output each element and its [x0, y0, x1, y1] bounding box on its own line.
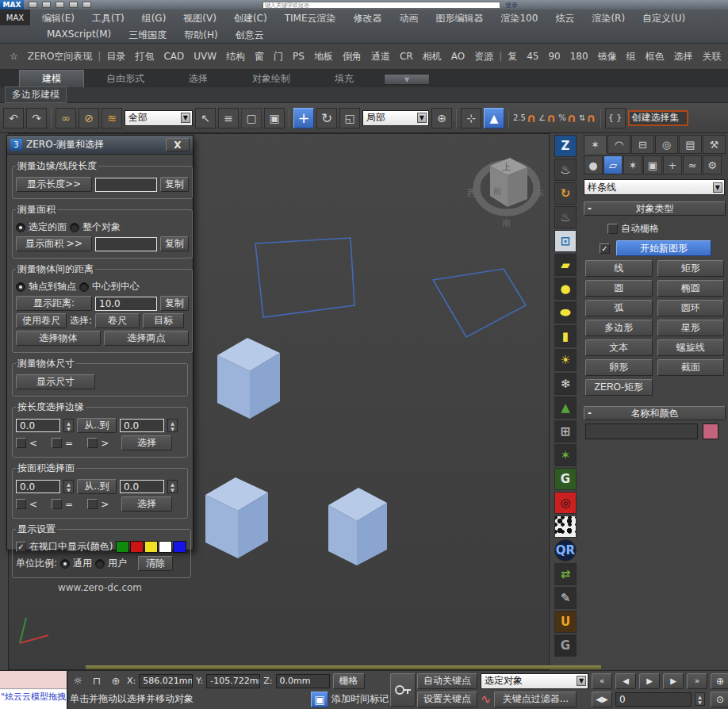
shape-button-弧[interactable]: 弧	[585, 300, 653, 316]
menu-item-组(G)[interactable]: 组(G)	[133, 10, 175, 27]
menu-item-三维国度[interactable]: 三维国度	[120, 27, 175, 44]
shape-cylinder-icon[interactable]: ▮	[554, 325, 577, 347]
viewcube-top-label[interactable]: 上	[502, 162, 511, 172]
plugin-toolbar-item-相机[interactable]: 相机	[418, 48, 446, 65]
close-icon[interactable]: X	[166, 138, 190, 151]
u-shield-logo-icon[interactable]: U	[554, 611, 577, 633]
shape-button-圆环[interactable]: 圆环	[657, 300, 725, 316]
name-color-rollout-header[interactable]: - 名称和颜色	[584, 406, 726, 420]
area-result-field[interactable]	[95, 237, 157, 251]
tab-create[interactable]: ✶	[584, 135, 607, 154]
viewcube-front-label[interactable]: 前	[492, 186, 502, 197]
plugin-toolbar-item-选择[interactable]: 选择	[669, 48, 698, 65]
menu-item-动画[interactable]: 动画	[390, 10, 427, 27]
open-file-icon[interactable]	[42, 2, 51, 8]
track-bar[interactable]	[86, 665, 601, 669]
shape-rectangle-icon[interactable]: ▰	[554, 254, 577, 276]
menu-item-创意云[interactable]: 创意云	[227, 27, 273, 44]
distance-result-field[interactable]: 10.0	[95, 297, 157, 311]
listener-macro-row[interactable]	[0, 671, 67, 689]
shape-button-矩形[interactable]: 矩形	[657, 260, 725, 277]
display-color-swatch-0[interactable]	[116, 541, 129, 553]
show-distance-button[interactable]: 显示距离:	[16, 296, 92, 311]
select-and-manipulate-button[interactable]: ⊹	[461, 108, 481, 128]
plugin-toolbar-item-180[interactable]: 180	[565, 49, 593, 63]
named-selection-set-field[interactable]: 创建选择集	[628, 110, 688, 126]
rectangular-selection-region-button[interactable]: ▢	[241, 108, 262, 128]
zoom-button[interactable]: ⊕	[711, 673, 728, 689]
plugin-toolbar-item-目录[interactable]: 目录	[102, 48, 130, 65]
g-green-logo-icon[interactable]: G	[554, 468, 577, 490]
schematic-view-icon[interactable]: ⊞	[554, 420, 577, 443]
plugin-toolbar-item-地板[interactable]: 地板	[309, 48, 338, 65]
menu-item-自定义(U)[interactable]: 自定义(U)	[634, 10, 694, 27]
object-color-swatch[interactable]	[703, 423, 718, 439]
plugin-toolbar-item-结构[interactable]: 结构	[221, 48, 250, 65]
display-color-swatch-2[interactable]	[144, 541, 158, 553]
render-ir-teapot-icon[interactable]: ♨	[554, 206, 577, 228]
whole-object-radio[interactable]	[70, 223, 79, 232]
render-setup-icon[interactable]: ⊡	[554, 230, 577, 252]
shape-circle-icon[interactable]: ●	[554, 278, 577, 300]
shape-button-文本[interactable]: 文本	[585, 339, 653, 356]
snaps-toggle-icon[interactable]: ∩	[527, 111, 536, 125]
undo-button[interactable]: ↶	[3, 108, 24, 128]
shape-button-线[interactable]: 线	[585, 260, 653, 277]
plugin-toolbar-item-镜像[interactable]: 镜像	[593, 48, 622, 65]
menu-item-渲染100[interactable]: 渲染100	[492, 10, 546, 27]
start-new-shape-checkbox[interactable]: ✓	[600, 243, 610, 254]
object-name-field[interactable]	[585, 423, 698, 439]
menu-item-视图(V)[interactable]: 视图(V)	[174, 10, 225, 27]
show-size-button[interactable]: 显示尺寸	[16, 374, 95, 389]
face-max-spinner[interactable]: ▲▼	[167, 480, 178, 493]
clear-button[interactable]: 清除	[138, 556, 173, 571]
next-frame-button[interactable]: ▶	[663, 673, 684, 689]
help-search-input[interactable]: 键入关键字或短语	[262, 2, 500, 9]
select-and-move-button[interactable]: +	[293, 108, 314, 128]
g-dark-logo-icon[interactable]: G	[554, 634, 577, 657]
isolate-selection-toggle[interactable]: ▣	[311, 692, 328, 707]
y-coordinate-field[interactable]: -105.722mm	[206, 674, 260, 688]
center-to-center-radio[interactable]	[79, 282, 89, 292]
selection-filter-dropdown[interactable]: 全部 ▼	[125, 110, 193, 126]
plugin-toolbar-item-45[interactable]: 45	[522, 49, 543, 63]
edge-min-field[interactable]: 0.0	[16, 419, 60, 432]
ribbon-tab-自由形式[interactable]: 自由形式	[84, 71, 167, 87]
viewcube-east-label[interactable]: 东	[535, 188, 544, 198]
box-object-1[interactable]	[217, 338, 280, 419]
viewcube-south-label[interactable]: 南	[502, 218, 511, 228]
unit-user-radio[interactable]	[95, 559, 105, 569]
show-in-viewport-checkbox[interactable]: ✓	[16, 542, 26, 552]
plugin-toolbar-item-框色[interactable]: 框色	[641, 48, 669, 65]
pivot-to-pivot-radio[interactable]	[16, 282, 25, 292]
selection-lock-icon[interactable]: ⊓	[89, 674, 105, 688]
face-equal-checkbox[interactable]	[52, 499, 62, 509]
plugin-toolbar-item-复[interactable]: 复	[503, 48, 522, 65]
plugin-toolbar-item-关联[interactable]: 关联	[698, 48, 726, 65]
copy-area-button[interactable]: 复制	[160, 236, 189, 251]
new-file-icon[interactable]	[29, 2, 37, 8]
plugin-toolbar-item-PS[interactable]: PS	[288, 49, 309, 63]
display-color-swatch-1[interactable]	[130, 541, 144, 553]
reference-coordinate-dropdown[interactable]: 局部 ▼	[362, 110, 429, 126]
set-key-button[interactable]: 设置关键点	[417, 692, 477, 707]
menu-item-炫云[interactable]: 炫云	[546, 10, 583, 27]
spinner-snap-toggle-icon[interactable]: ∩	[586, 111, 596, 125]
copy-distance-button[interactable]: 复制	[160, 296, 189, 311]
tab-motion[interactable]: ◎	[655, 135, 678, 154]
sunlight-icon[interactable]: ☀	[554, 349, 577, 371]
shape-button-多边形[interactable]: 多边形	[585, 320, 653, 336]
tab-utilities[interactable]: ⚒	[703, 135, 726, 154]
face-min-spinner[interactable]: ▲▼	[63, 480, 74, 493]
menu-item-渲染(R)[interactable]: 渲染(R)	[583, 10, 634, 27]
shape-button-椭圆[interactable]: 椭圆	[657, 280, 725, 297]
show-area-button[interactable]: 显示面积 >>	[16, 236, 92, 251]
plugin-toolbar-item-CAD[interactable]: CAD	[159, 49, 189, 63]
use-tape-button[interactable]: 使用卷尺	[16, 313, 67, 328]
select-object-button[interactable]: ↖	[195, 108, 216, 128]
plugin-toolbar-item-CR[interactable]: CR	[395, 49, 418, 63]
plugin-toolbar-item-倒角[interactable]: 倒角	[338, 48, 366, 65]
pick-object-button[interactable]: 选择物体	[16, 331, 101, 346]
plugin-toolbar-item-组[interactable]: 组	[622, 48, 641, 65]
tab-modify[interactable]: ◠	[607, 135, 630, 154]
